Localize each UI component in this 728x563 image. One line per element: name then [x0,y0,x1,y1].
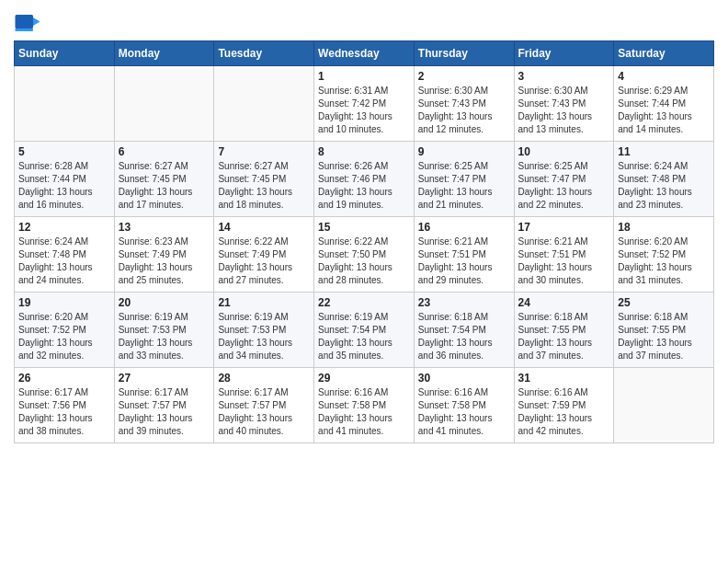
day-cell: 4Sunrise: 6:29 AM Sunset: 7:44 PM Daylig… [614,66,714,142]
day-number: 25 [618,296,710,309]
day-cell: 29Sunrise: 6:16 AM Sunset: 7:58 PM Dayli… [314,368,415,443]
week-row-2: 5Sunrise: 6:28 AM Sunset: 7:44 PM Daylig… [15,142,714,217]
day-cell: 16Sunrise: 6:21 AM Sunset: 7:51 PM Dayli… [414,217,514,293]
header-day-monday: Monday [114,41,214,66]
day-cell: 26Sunrise: 6:17 AM Sunset: 7:56 PM Dayli… [15,368,115,443]
cell-info: Sunrise: 6:27 AM Sunset: 7:45 PM Dayligh… [218,160,310,212]
day-number: 14 [218,221,310,234]
day-cell: 11Sunrise: 6:24 AM Sunset: 7:48 PM Dayli… [614,142,714,217]
day-number: 26 [18,372,110,385]
day-cell [214,66,314,142]
day-cell: 27Sunrise: 6:17 AM Sunset: 7:57 PM Dayli… [114,368,214,443]
cell-info: Sunrise: 6:23 AM Sunset: 7:49 PM Dayligh… [119,236,210,287]
day-cell: 22Sunrise: 6:19 AM Sunset: 7:54 PM Dayli… [314,293,415,368]
day-number: 3 [518,70,610,83]
day-cell: 24Sunrise: 6:18 AM Sunset: 7:55 PM Dayli… [514,293,614,368]
cell-info: Sunrise: 6:19 AM Sunset: 7:53 PM Dayligh… [218,311,310,362]
cell-info: Sunrise: 6:22 AM Sunset: 7:49 PM Dayligh… [218,236,310,287]
cell-info: Sunrise: 6:17 AM Sunset: 7:56 PM Dayligh… [18,386,110,438]
header-day-sunday: Sunday [15,41,115,66]
day-number: 11 [618,145,710,158]
cell-info: Sunrise: 6:30 AM Sunset: 7:43 PM Dayligh… [418,85,510,136]
cell-info: Sunrise: 6:25 AM Sunset: 7:47 PM Dayligh… [518,160,610,212]
calendar-table: SundayMondayTuesdayWednesdayThursdayFrid… [14,40,714,443]
day-cell: 21Sunrise: 6:19 AM Sunset: 7:53 PM Dayli… [214,293,314,368]
day-number: 18 [618,221,710,234]
svg-marker-1 [33,17,40,26]
day-cell: 10Sunrise: 6:25 AM Sunset: 7:47 PM Dayli… [514,142,614,217]
day-cell: 19Sunrise: 6:20 AM Sunset: 7:52 PM Dayli… [15,293,115,368]
day-cell: 15Sunrise: 6:22 AM Sunset: 7:50 PM Dayli… [314,217,415,293]
cell-info: Sunrise: 6:18 AM Sunset: 7:55 PM Dayligh… [618,311,710,362]
day-cell: 2Sunrise: 6:30 AM Sunset: 7:43 PM Daylig… [414,66,514,142]
calendar-page: SundayMondayTuesdayWednesdayThursdayFrid… [0,0,728,563]
day-number: 27 [119,372,210,385]
logo-icon [14,9,41,37]
day-cell: 13Sunrise: 6:23 AM Sunset: 7:49 PM Dayli… [114,217,214,293]
header-row: SundayMondayTuesdayWednesdayThursdayFrid… [15,41,714,66]
cell-info: Sunrise: 6:27 AM Sunset: 7:45 PM Dayligh… [119,160,210,212]
week-row-5: 26Sunrise: 6:17 AM Sunset: 7:56 PM Dayli… [15,368,714,443]
week-row-1: 1Sunrise: 6:31 AM Sunset: 7:42 PM Daylig… [15,66,714,142]
day-cell: 28Sunrise: 6:17 AM Sunset: 7:57 PM Dayli… [214,368,314,443]
day-number: 20 [119,296,210,309]
week-row-3: 12Sunrise: 6:24 AM Sunset: 7:48 PM Dayli… [15,217,714,293]
day-number: 5 [18,145,110,158]
header-day-wednesday: Wednesday [314,41,415,66]
cell-info: Sunrise: 6:17 AM Sunset: 7:57 PM Dayligh… [119,386,210,438]
day-cell: 1Sunrise: 6:31 AM Sunset: 7:42 PM Daylig… [314,66,415,142]
day-cell: 17Sunrise: 6:21 AM Sunset: 7:51 PM Dayli… [514,217,614,293]
day-number: 13 [119,221,210,234]
cell-info: Sunrise: 6:24 AM Sunset: 7:48 PM Dayligh… [18,236,110,287]
logo [14,9,45,37]
cell-info: Sunrise: 6:17 AM Sunset: 7:57 PM Dayligh… [218,386,310,438]
day-cell: 9Sunrise: 6:25 AM Sunset: 7:47 PM Daylig… [414,142,514,217]
day-number: 31 [518,372,610,385]
day-cell: 18Sunrise: 6:20 AM Sunset: 7:52 PM Dayli… [614,217,714,293]
day-number: 4 [618,70,710,83]
header-day-tuesday: Tuesday [214,41,314,66]
cell-info: Sunrise: 6:18 AM Sunset: 7:55 PM Dayligh… [518,311,610,362]
day-cell: 7Sunrise: 6:27 AM Sunset: 7:45 PM Daylig… [214,142,314,217]
day-cell: 30Sunrise: 6:16 AM Sunset: 7:58 PM Dayli… [414,368,514,443]
day-number: 12 [18,221,110,234]
day-cell [15,66,115,142]
day-cell: 8Sunrise: 6:26 AM Sunset: 7:46 PM Daylig… [314,142,415,217]
cell-info: Sunrise: 6:30 AM Sunset: 7:43 PM Dayligh… [518,85,610,136]
cell-info: Sunrise: 6:24 AM Sunset: 7:48 PM Dayligh… [618,160,710,212]
day-number: 23 [418,296,510,309]
day-number: 9 [418,145,510,158]
cell-info: Sunrise: 6:28 AM Sunset: 7:44 PM Dayligh… [18,160,110,212]
header-day-thursday: Thursday [414,41,514,66]
cell-info: Sunrise: 6:16 AM Sunset: 7:59 PM Dayligh… [518,386,610,438]
day-number: 1 [318,70,410,83]
day-cell: 5Sunrise: 6:28 AM Sunset: 7:44 PM Daylig… [15,142,115,217]
day-number: 28 [218,372,310,385]
day-cell: 31Sunrise: 6:16 AM Sunset: 7:59 PM Dayli… [514,368,614,443]
day-number: 15 [318,221,410,234]
cell-info: Sunrise: 6:20 AM Sunset: 7:52 PM Dayligh… [18,311,110,362]
day-number: 7 [218,145,310,158]
cell-info: Sunrise: 6:16 AM Sunset: 7:58 PM Dayligh… [318,386,410,438]
cell-info: Sunrise: 6:19 AM Sunset: 7:53 PM Dayligh… [119,311,210,362]
day-number: 17 [518,221,610,234]
cell-info: Sunrise: 6:26 AM Sunset: 7:46 PM Dayligh… [318,160,410,212]
day-number: 19 [18,296,110,309]
day-number: 16 [418,221,510,234]
day-number: 22 [318,296,410,309]
day-cell: 23Sunrise: 6:18 AM Sunset: 7:54 PM Dayli… [414,293,514,368]
day-cell: 6Sunrise: 6:27 AM Sunset: 7:45 PM Daylig… [114,142,214,217]
day-number: 21 [218,296,310,309]
cell-info: Sunrise: 6:31 AM Sunset: 7:42 PM Dayligh… [318,85,410,136]
header [14,9,714,37]
day-number: 24 [518,296,610,309]
day-cell: 3Sunrise: 6:30 AM Sunset: 7:43 PM Daylig… [514,66,614,142]
day-number: 2 [418,70,510,83]
svg-rect-0 [16,15,34,29]
cell-info: Sunrise: 6:20 AM Sunset: 7:52 PM Dayligh… [618,236,710,287]
day-number: 29 [318,372,410,385]
cell-info: Sunrise: 6:19 AM Sunset: 7:54 PM Dayligh… [318,311,410,362]
cell-info: Sunrise: 6:25 AM Sunset: 7:47 PM Dayligh… [418,160,510,212]
day-number: 6 [119,145,210,158]
day-cell: 20Sunrise: 6:19 AM Sunset: 7:53 PM Dayli… [114,293,214,368]
